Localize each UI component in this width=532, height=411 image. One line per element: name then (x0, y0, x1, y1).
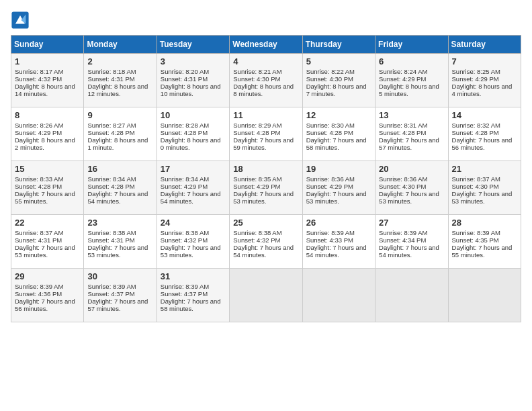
sunrise-text: Sunrise: 8:20 AM (161, 68, 209, 75)
calendar-cell: 9Sunrise: 8:27 AMSunset: 4:28 PMDaylight… (84, 107, 157, 161)
day-number: 30 (87, 271, 152, 281)
sunset-text: Sunset: 4:28 PM (379, 129, 426, 136)
day-number: 27 (379, 218, 444, 228)
calendar-cell (230, 269, 302, 322)
sunset-text: Sunset: 4:37 PM (161, 290, 208, 298)
day-number: 3 (161, 56, 226, 66)
sunset-text: Sunset: 4:30 PM (452, 183, 499, 190)
daylight-text: Daylight: 7 hours and 54 minutes. (306, 244, 367, 259)
calendar-cell (448, 269, 521, 322)
daylight-text: Daylight: 7 hours and 56 minutes. (452, 136, 513, 151)
page-header (11, 11, 521, 30)
calendar-cell: 3Sunrise: 8:20 AMSunset: 4:31 PMDaylight… (157, 54, 229, 107)
sunrise-text: Sunrise: 8:32 AM (452, 122, 500, 129)
sunset-text: Sunset: 4:28 PM (306, 129, 353, 136)
day-number: 23 (87, 218, 152, 228)
sunrise-text: Sunrise: 8:37 AM (452, 175, 500, 183)
calendar-cell: 17Sunrise: 8:34 AMSunset: 4:29 PMDayligh… (157, 161, 229, 215)
daylight-text: Daylight: 7 hours and 56 minutes. (15, 298, 75, 312)
daylight-text: Daylight: 7 hours and 53 minutes. (452, 190, 513, 205)
day-number: 1 (15, 56, 80, 66)
day-number: 2 (87, 56, 152, 66)
day-number: 5 (306, 56, 371, 66)
sunset-text: Sunset: 4:28 PM (15, 183, 62, 190)
sunset-text: Sunset: 4:29 PM (233, 183, 280, 190)
daylight-text: Daylight: 7 hours and 54 minutes. (87, 190, 148, 205)
sunset-text: Sunset: 4:31 PM (87, 236, 134, 244)
daylight-text: Daylight: 8 hours and 12 minutes. (87, 83, 148, 97)
daylight-text: Daylight: 7 hours and 58 minutes. (161, 298, 221, 312)
calendar-cell: 29Sunrise: 8:39 AMSunset: 4:36 PMDayligh… (11, 269, 84, 322)
day-number: 14 (452, 110, 517, 120)
daylight-text: Daylight: 7 hours and 57 minutes. (87, 298, 148, 312)
sunrise-text: Sunrise: 8:24 AM (379, 68, 427, 75)
sunrise-text: Sunrise: 8:39 AM (379, 229, 427, 236)
calendar-cell: 11Sunrise: 8:29 AMSunset: 4:28 PMDayligh… (230, 107, 302, 161)
sunrise-text: Sunrise: 8:39 AM (306, 229, 355, 236)
calendar-cell: 24Sunrise: 8:38 AMSunset: 4:32 PMDayligh… (157, 215, 229, 269)
calendar-cell: 22Sunrise: 8:37 AMSunset: 4:31 PMDayligh… (11, 215, 84, 269)
daylight-text: Daylight: 7 hours and 53 minutes. (379, 190, 439, 205)
day-number: 10 (161, 110, 226, 120)
calendar-cell: 18Sunrise: 8:35 AMSunset: 4:29 PMDayligh… (230, 161, 302, 215)
calendar-cell: 8Sunrise: 8:26 AMSunset: 4:29 PMDaylight… (11, 107, 84, 161)
day-number: 18 (233, 164, 298, 174)
sunset-text: Sunset: 4:29 PM (15, 129, 62, 136)
calendar-header-row: SundayMondayTuesdayWednesdayThursdayFrid… (11, 36, 521, 54)
calendar-cell: 12Sunrise: 8:30 AMSunset: 4:28 PMDayligh… (302, 107, 375, 161)
calendar-week-row: 15Sunrise: 8:33 AMSunset: 4:28 PMDayligh… (11, 161, 521, 215)
calendar-header-friday: Friday (375, 36, 448, 54)
calendar-cell: 23Sunrise: 8:38 AMSunset: 4:31 PMDayligh… (84, 215, 157, 269)
day-number: 13 (379, 110, 444, 120)
day-number: 8 (15, 110, 80, 120)
sunrise-text: Sunrise: 8:17 AM (15, 68, 63, 75)
daylight-text: Daylight: 7 hours and 54 minutes. (161, 190, 221, 205)
day-number: 15 (15, 164, 80, 174)
daylight-text: Daylight: 7 hours and 55 minutes. (15, 190, 75, 205)
daylight-text: Daylight: 7 hours and 55 minutes. (452, 244, 513, 259)
day-number: 9 (87, 110, 152, 120)
day-number: 25 (233, 218, 298, 228)
calendar-body: 1Sunrise: 8:17 AMSunset: 4:32 PMDaylight… (11, 54, 521, 322)
calendar-cell: 25Sunrise: 8:38 AMSunset: 4:32 PMDayligh… (230, 215, 302, 269)
sunset-text: Sunset: 4:30 PM (379, 183, 426, 190)
sunrise-text: Sunrise: 8:39 AM (87, 283, 136, 290)
calendar-cell: 6Sunrise: 8:24 AMSunset: 4:29 PMDaylight… (375, 54, 448, 107)
daylight-text: Daylight: 7 hours and 54 minutes. (233, 244, 294, 259)
logo (11, 11, 32, 30)
daylight-text: Daylight: 7 hours and 53 minutes. (87, 244, 148, 259)
sunset-text: Sunset: 4:32 PM (161, 236, 208, 244)
sunset-text: Sunset: 4:28 PM (87, 183, 134, 190)
sunset-text: Sunset: 4:34 PM (379, 236, 426, 244)
calendar-table: SundayMondayTuesdayWednesdayThursdayFrid… (11, 35, 521, 322)
day-number: 19 (306, 164, 371, 174)
sunrise-text: Sunrise: 8:29 AM (233, 122, 281, 129)
sunset-text: Sunset: 4:30 PM (306, 75, 353, 83)
calendar-header-thursday: Thursday (302, 36, 375, 54)
sunset-text: Sunset: 4:33 PM (306, 236, 353, 244)
sunset-text: Sunset: 4:31 PM (87, 75, 134, 83)
sunrise-text: Sunrise: 8:26 AM (15, 122, 63, 129)
calendar-cell: 28Sunrise: 8:39 AMSunset: 4:35 PMDayligh… (448, 215, 521, 269)
calendar-cell: 19Sunrise: 8:36 AMSunset: 4:29 PMDayligh… (302, 161, 375, 215)
calendar-header-monday: Monday (84, 36, 157, 54)
daylight-text: Daylight: 8 hours and 4 minutes. (452, 83, 513, 97)
daylight-text: Daylight: 8 hours and 0 minutes. (161, 136, 221, 151)
sunset-text: Sunset: 4:36 PM (15, 290, 62, 298)
day-number: 20 (379, 164, 444, 174)
sunrise-text: Sunrise: 8:28 AM (161, 122, 209, 129)
sunrise-text: Sunrise: 8:36 AM (379, 175, 427, 183)
calendar-week-row: 29Sunrise: 8:39 AMSunset: 4:36 PMDayligh… (11, 269, 521, 322)
sunset-text: Sunset: 4:35 PM (452, 236, 499, 244)
day-number: 24 (161, 218, 226, 228)
sunrise-text: Sunrise: 8:35 AM (233, 175, 281, 183)
daylight-text: Daylight: 7 hours and 54 minutes. (379, 244, 439, 259)
daylight-text: Daylight: 8 hours and 2 minutes. (15, 136, 75, 151)
sunset-text: Sunset: 4:31 PM (15, 236, 62, 244)
calendar-cell: 26Sunrise: 8:39 AMSunset: 4:33 PMDayligh… (302, 215, 375, 269)
sunset-text: Sunset: 4:29 PM (452, 75, 499, 83)
sunrise-text: Sunrise: 8:33 AM (15, 175, 63, 183)
sunset-text: Sunset: 4:28 PM (161, 129, 208, 136)
calendar-cell: 7Sunrise: 8:25 AMSunset: 4:29 PMDaylight… (448, 54, 521, 107)
calendar-cell: 30Sunrise: 8:39 AMSunset: 4:37 PMDayligh… (84, 269, 157, 322)
